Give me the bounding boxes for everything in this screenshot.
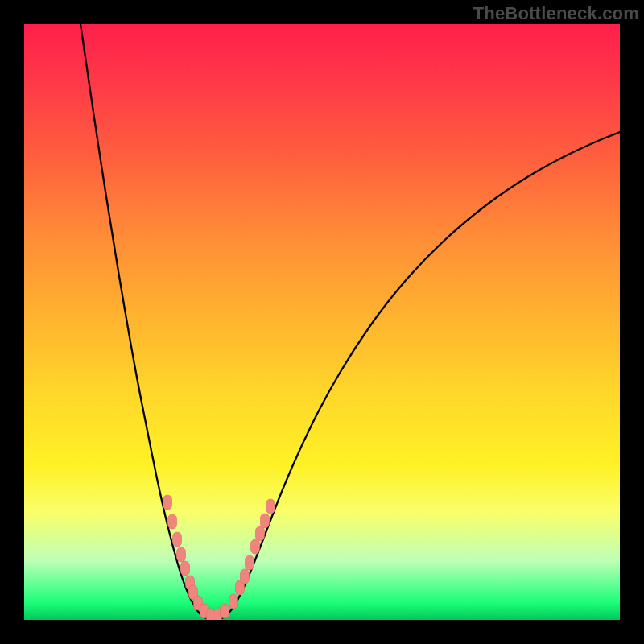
chart-frame: TheBottleneck.com	[0, 0, 644, 644]
highlight-marker	[229, 594, 238, 609]
highlight-markers	[163, 495, 275, 620]
highlight-marker	[168, 514, 177, 529]
highlight-marker	[163, 495, 172, 510]
highlight-marker	[241, 569, 250, 584]
highlight-marker	[173, 532, 182, 547]
highlight-marker	[256, 526, 265, 541]
watermark-label: TheBottleneck.com	[473, 3, 639, 24]
highlight-marker	[266, 499, 275, 514]
curve-layer	[24, 24, 620, 620]
bottleneck-curve	[80, 24, 620, 620]
highlight-marker	[251, 539, 260, 554]
highlight-marker	[261, 514, 270, 528]
highlight-marker	[246, 555, 254, 570]
highlight-marker	[221, 604, 229, 618]
plot-area	[24, 24, 620, 620]
highlight-marker	[181, 561, 190, 576]
highlight-marker	[177, 547, 186, 562]
